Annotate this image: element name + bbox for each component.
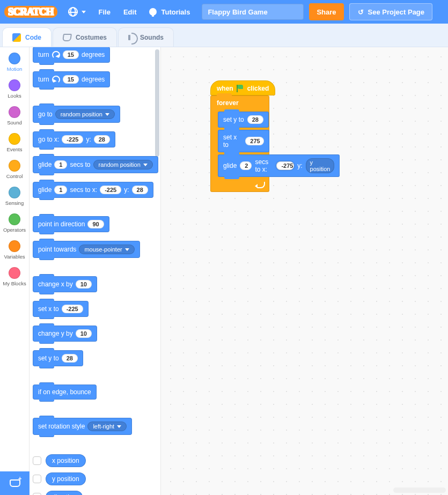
category-control[interactable]: Control [0,157,30,183]
block-goto-xy[interactable]: go to x: -225 y: 28 [33,131,115,147]
turn-ccw-input[interactable]: 15 [63,75,79,84]
block-set-y-script[interactable]: set y to 28 [218,112,269,128]
category-label: Sensing [0,200,30,206]
block-glide-menu[interactable]: glide 1 secs to random position [33,156,158,173]
block-glide-xy[interactable]: glide 1 secs to x: -225 y: 28 [33,182,153,198]
turn-ccw-icon [52,76,60,84]
script-workspace[interactable]: when clicked forever set y to 28 set x t… [161,47,448,495]
reporter-x-checkbox[interactable] [33,456,41,465]
reporter-x-position-row: x position [33,454,158,467]
block-set-y[interactable]: set y to 28 [33,350,83,366]
block-change-x[interactable]: change x by 10 [33,276,97,292]
tab-row: Code Costumes Sounds [0,24,448,47]
category-operators[interactable]: Operators [0,210,30,237]
category-variables[interactable]: Variables [0,237,30,264]
tutorials-button[interactable]: Tutorials [143,0,196,24]
category-dot-icon [9,267,20,279]
block-if-edge-bounce[interactable]: if on edge, bounce [33,385,97,400]
glide-menu-dropdown[interactable]: random position [93,160,153,169]
goto-x-input[interactable]: -225 [62,135,83,144]
glide-secs-input[interactable]: 1 [54,160,67,169]
block-forever[interactable]: forever set y to 28 set x to 275 glide 2… [210,95,269,192]
menu-bar: SCRATCH File Edit Tutorials Share ↺See P… [0,0,448,24]
category-label: Motion [0,66,30,72]
glide-xy-y-input[interactable]: 28 [132,186,148,194]
language-menu[interactable] [62,0,92,24]
goto-y-input[interactable]: 28 [94,135,110,144]
category-dot-icon [9,79,20,91]
block-palette[interactable]: turn 15 degrees turn 15 degrees go to ra… [30,47,161,495]
extensions-icon [10,479,20,487]
block-turn-cw[interactable]: turn 15 degrees [33,47,110,63]
globe-icon [68,7,78,17]
chevron-down-icon [117,425,121,428]
palette-scrollbar[interactable] [155,49,159,157]
reporter-dir-checkbox[interactable] [33,493,41,495]
block-set-x[interactable]: set x to -225 [33,301,89,317]
costume-icon [62,34,72,41]
category-label: Operators [0,227,30,233]
block-point-towards[interactable]: point towards mouse-pointer [33,241,140,258]
set-x-input[interactable]: -225 [62,305,83,313]
loop-arrow-icon [258,182,265,188]
swap-icon: ↺ [357,8,365,16]
point-dir-input[interactable]: 90 [87,220,104,228]
block-set-x-script[interactable]: set x to 275 [218,130,269,152]
block-goto-menu[interactable]: go to random position [33,106,120,123]
see-project-page-button[interactable]: ↺See Project Page [349,3,433,20]
reporter-y-position[interactable]: y position [46,472,86,485]
project-title-input[interactable] [202,4,304,20]
change-x-input[interactable]: 10 [76,280,92,289]
file-menu[interactable]: File [92,0,117,24]
glide-xy-secs-input[interactable]: 1 [54,186,67,194]
chevron-down-icon [143,164,148,166]
reporter-direction-row: direction [33,491,158,495]
script-stack[interactable]: when clicked forever set y to 28 set x t… [210,80,275,192]
category-looks[interactable]: Looks [0,76,30,103]
category-label: Looks [0,93,30,99]
point-towards-dropdown[interactable]: mouse-pointer [79,245,134,254]
category-label: Events [0,146,30,152]
category-sound[interactable]: Sound [0,103,30,130]
tab-sounds[interactable]: Sounds [118,27,174,47]
edit-menu[interactable]: Edit [117,0,143,24]
block-turn-ccw[interactable]: turn 15 degrees [33,71,110,87]
share-button[interactable]: Share [309,3,343,20]
tab-costumes[interactable]: Costumes [53,27,117,47]
block-set-rotation-style[interactable]: set rotation style left-right [33,418,132,435]
tab-code[interactable]: Code [2,27,52,47]
category-dot-icon [9,213,20,225]
category-label: Sound [0,120,30,125]
glide-script-x-input[interactable]: -275 [276,161,294,170]
block-glide-script[interactable]: glide 2 secs to x: -275 y: y position [218,154,340,177]
category-motion[interactable]: Motion [0,49,30,76]
rotation-style-dropdown[interactable]: left-right [87,422,127,431]
glide-script-secs-input[interactable]: 2 [240,161,252,170]
code-icon [12,33,21,42]
set-x-script-input[interactable]: 275 [245,137,264,145]
workspace-h-scrollbar[interactable] [393,487,446,493]
goto-menu-dropdown[interactable]: random position [55,109,115,119]
set-y-input[interactable]: 28 [62,354,78,363]
turn-cw-icon [52,51,60,59]
set-y-script-input[interactable]: 28 [247,115,263,124]
scratch-logo[interactable]: SCRATCH [4,6,57,18]
main-area: MotionLooksSoundEventsControlSensingOper… [0,47,448,495]
change-y-input[interactable]: 10 [76,329,92,338]
category-dot-icon [9,133,20,145]
block-change-y[interactable]: change y by 10 [33,326,97,342]
reporter-y-checkbox[interactable] [33,475,41,483]
category-sensing[interactable]: Sensing [0,183,30,210]
reporter-x-position[interactable]: x position [46,454,86,467]
glide-script-y-reporter[interactable]: y position [306,158,335,173]
category-label: Control [0,173,30,179]
reporter-direction[interactable]: direction [46,491,83,495]
category-events[interactable]: Events [0,130,30,157]
turn-cw-input[interactable]: 15 [63,50,79,59]
glide-xy-x-input[interactable]: -225 [100,186,121,194]
block-point-direction[interactable]: point in direction 90 [33,216,109,232]
category-label: My Blocks [0,280,30,286]
extensions-button[interactable] [0,471,30,495]
category-my-blocks[interactable]: My Blocks [0,264,30,291]
chevron-down-icon [82,11,86,13]
